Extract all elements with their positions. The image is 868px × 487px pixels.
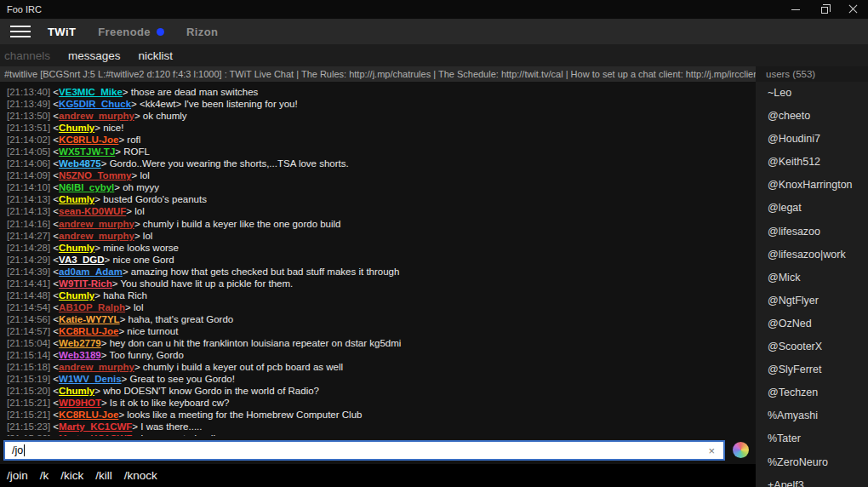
nickname[interactable]: N5ZNO_Tommy <box>59 170 131 180</box>
unread-indicator-dot <box>157 28 164 36</box>
message-text: oh myyy <box>123 182 159 192</box>
minimize-icon <box>791 9 800 10</box>
nickname[interactable]: sean-KD0WUF <box>59 206 126 216</box>
view-tab-messages[interactable]: messages <box>68 49 121 62</box>
nick-bracket-close: > <box>94 386 103 396</box>
restore-button[interactable] <box>810 0 839 19</box>
chat-message: [21:13:49] <KG5DIR_Chuck> <kk4ewt> I've … <box>7 98 756 110</box>
user-list-item[interactable]: ~Leo <box>756 82 868 105</box>
chat-message: [21:14:27] <andrew_murphy> lol <box>7 230 756 242</box>
nickname[interactable]: KC8RLU-Joe <box>59 326 118 336</box>
command-suggestion-kick[interactable]: /kick <box>60 469 83 482</box>
nick-bracket-close: > <box>101 398 110 408</box>
user-list-item[interactable]: %ZeroNeuro <box>756 451 868 474</box>
nickname[interactable]: andrew_murphy <box>59 362 134 372</box>
nickname[interactable]: WD9HOT <box>59 398 101 408</box>
command-suggestion-join[interactable]: /join <box>7 469 28 482</box>
user-sidebar: users (553) ~Leo@cheeto@Houdini7@Keith51… <box>756 66 868 487</box>
chat-message: [21:14:13] <sean-KD0WUF> lol <box>7 205 756 217</box>
chat-message: [21:14:29] <VA3_DGD> nice one Gord <box>7 254 756 266</box>
clear-input-icon[interactable]: × <box>708 444 715 459</box>
user-list-item[interactable]: @legat <box>756 197 868 220</box>
chat-message: [21:14:48] <Chumly> haha Rich <box>7 289 756 301</box>
nickname[interactable]: Chumly <box>59 386 94 396</box>
chat-message-area[interactable]: [21:13:40] <VE3MIC_Mike> those are dead … <box>0 82 756 487</box>
server-tab-rizon[interactable]: Rizon <box>186 26 218 38</box>
user-list-item[interactable]: @KnoxHarrington <box>756 174 868 197</box>
user-list-item[interactable]: +Apelf3 <box>756 474 868 487</box>
message-text: haha, that's great Gordo <box>128 314 234 324</box>
user-list-item[interactable]: %Amyashi <box>756 404 868 427</box>
message-text: haha Rich <box>103 290 147 301</box>
server-tab-freenode[interactable]: Freenode <box>98 26 164 38</box>
nickname[interactable]: VA3_DGD <box>59 255 104 265</box>
nickname[interactable]: N6IBI_cybyl <box>59 182 114 192</box>
nickname[interactable]: Marty_KC1CWF <box>59 421 132 432</box>
message-text: amazing how that gets checked but bad st… <box>131 266 400 277</box>
nickname[interactable]: AB1OP_Ralph <box>59 302 125 312</box>
nickname[interactable]: W1WV_Denis <box>59 374 122 384</box>
user-list-item[interactable]: @OzNed <box>756 312 868 335</box>
nick-bracket-close: > <box>94 123 103 133</box>
nickname[interactable]: Chumly <box>59 194 94 204</box>
nick-bracket-close: > <box>123 266 131 277</box>
chat-message: [21:15:21] <WD9HOT> Is it ok to like key… <box>7 397 756 409</box>
user-list-item[interactable]: @Techzen <box>756 381 868 404</box>
user-list-item[interactable]: @ScooterX <box>756 335 868 358</box>
message-timestamp: [21:14:56] <box>7 314 53 324</box>
message-text: Great to see you Gordo! <box>130 374 235 384</box>
nickname[interactable]: VE3MIC_Mike <box>59 87 123 97</box>
user-list-item[interactable]: @cheeto <box>756 105 868 128</box>
close-button[interactable] <box>839 0 868 19</box>
nickname[interactable]: andrew_murphy <box>59 219 134 229</box>
chat-message: [21:14:41] <W9TIT-Rich> You should have … <box>7 278 756 289</box>
message-timestamp: [21:14:29] <box>7 255 53 265</box>
user-list-item[interactable]: @Houdini7 <box>756 128 868 151</box>
app-title: Foo IRC <box>0 4 42 14</box>
user-list-item[interactable]: %Tater <box>756 427 868 450</box>
user-list-item[interactable]: @SlyFerret <box>756 358 868 381</box>
command-suggestion-knock[interactable]: /knock <box>124 469 157 482</box>
user-list-item[interactable]: @Mick <box>756 266 868 289</box>
nickname[interactable]: WX5TJW-TJ <box>59 146 115 157</box>
user-list-item[interactable]: @NgtFlyer <box>756 289 868 312</box>
hamburger-menu-icon[interactable] <box>10 26 31 37</box>
nickname[interactable]: ad0am_Adam <box>59 266 123 277</box>
message-input[interactable]: /jo × <box>3 440 725 461</box>
command-suggestion-k[interactable]: /k <box>40 469 49 482</box>
nickname[interactable]: andrew_murphy <box>59 231 134 241</box>
message-timestamp: [21:15:14] <box>7 350 53 360</box>
nick-bracket-close: > <box>131 99 140 109</box>
chat-message: [21:14:05] <WX5TJW-TJ> ROFL <box>7 146 756 158</box>
nickname[interactable]: KC8RLU-Joe <box>59 135 118 145</box>
view-tab-nicklist[interactable]: nicklist <box>139 49 174 62</box>
nickname[interactable]: KC8RLU-Joe <box>59 410 118 420</box>
nickname[interactable]: Web3189 <box>59 350 101 360</box>
nickname[interactable]: W9TIT-Rich <box>59 278 112 289</box>
user-list-item[interactable]: @lifesazoo <box>756 221 868 244</box>
nickname[interactable]: Web2779 <box>59 338 101 348</box>
nickname[interactable]: Katie-WY7YL <box>59 314 120 324</box>
nickname[interactable]: Chumly <box>59 243 94 253</box>
chat-message: [21:15:20] <Chumly> who DOESN'T know Gor… <box>7 385 756 397</box>
server-tab-twit[interactable]: TWiT <box>48 26 76 38</box>
message-timestamp: [21:15:21] <box>7 398 53 408</box>
message-timestamp: [21:14:02] <box>7 135 53 145</box>
user-list-item[interactable]: @Keith512 <box>756 151 868 174</box>
nickname[interactable]: Chumly <box>59 290 94 301</box>
message-timestamp: [21:15:20] <box>7 386 53 396</box>
nickname[interactable]: andrew_murphy <box>59 111 134 121</box>
message-text: ok chumly <box>143 111 187 121</box>
user-list-item[interactable]: @lifesazoo|work <box>756 244 868 266</box>
view-tab-channels[interactable]: channels <box>4 49 50 62</box>
color-picker-icon[interactable] <box>733 442 749 458</box>
message-timestamp: [21:13:49] <box>7 99 53 109</box>
nickname[interactable]: Web4875 <box>59 158 101 169</box>
message-text: chumly i build a keyer like the one gord… <box>143 219 341 229</box>
command-suggestion-kill[interactable]: /kill <box>95 469 112 482</box>
minimize-button[interactable] <box>781 0 810 19</box>
nickname[interactable]: KG5DIR_Chuck <box>59 99 131 109</box>
nickname[interactable]: Chumly <box>59 123 94 133</box>
message-timestamp: [21:14:05] <box>7 146 53 157</box>
message-timestamp: [21:15:18] <box>7 362 53 372</box>
